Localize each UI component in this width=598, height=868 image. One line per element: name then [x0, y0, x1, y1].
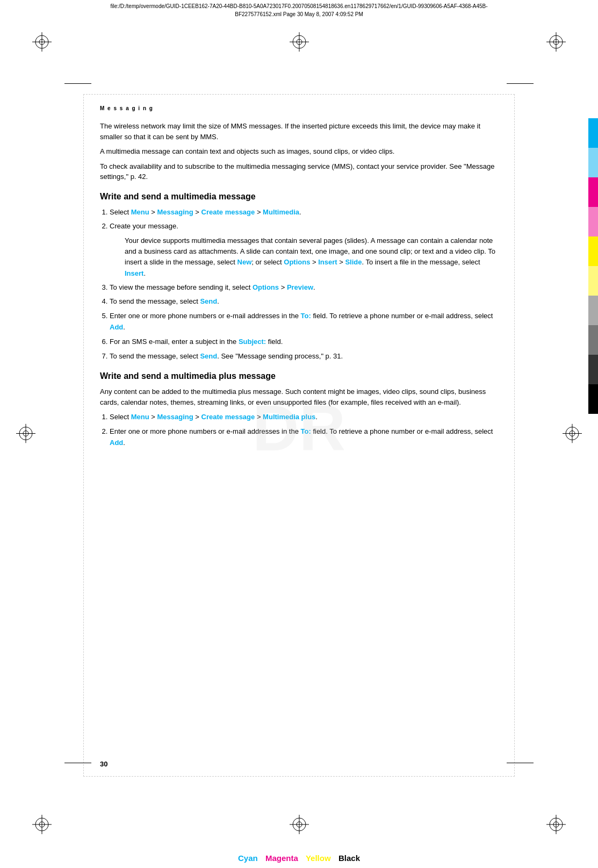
content-area: DR M e s s a g i n g The wireless networ… — [83, 94, 515, 777]
insert-link-1: Insert — [318, 258, 337, 266]
list-item: To view the message before sending it, s… — [110, 282, 498, 293]
title-line1: file:/D:/temp/overmode/GUID-1CEEB162-7A2… — [0, 2, 598, 10]
trim-line-bottom-right — [507, 763, 534, 763]
slide-link: Slide — [345, 258, 362, 266]
reg-mark-bottom-center — [290, 815, 309, 836]
list-item: Enter one or more phone numbers or e-mai… — [110, 426, 498, 449]
reg-mark-bottom-right — [546, 815, 566, 836]
color-bar-yellow2 — [588, 266, 598, 296]
reg-mark-top-center — [290, 32, 309, 53]
options-link-2: Options — [253, 283, 279, 291]
list-item: Enter one or more phone numbers or e-mai… — [110, 311, 498, 333]
create-message-link-1: Create message — [201, 208, 255, 216]
bottom-cmyk-line: Cyan Magenta Yellow Black — [0, 853, 598, 863]
page-number: 30 — [100, 760, 107, 768]
list-item: To send the message, select Send. See "M… — [110, 351, 498, 362]
reg-mark-bottom-left — [32, 815, 52, 836]
add-link-2: Add — [110, 439, 123, 447]
reg-mark-left-mid — [16, 424, 35, 444]
intro-para-3: To check availability and to subscribe t… — [100, 161, 498, 182]
reg-mark-top-right — [546, 32, 566, 53]
messaging-link-2: Messaging — [157, 413, 193, 421]
list-item: Create your message. Your device support… — [110, 221, 498, 278]
section1-list: Select Menu > Messaging > Create message… — [110, 207, 498, 362]
title-bar: file:/D:/temp/overmode/GUID-1CEEB162-7A2… — [0, 0, 598, 19]
page-container: file:/D:/temp/overmode/GUID-1CEEB162-7A2… — [0, 0, 598, 868]
section-label: M e s s a g i n g — [100, 105, 498, 111]
color-bar-cyan1 — [588, 118, 598, 148]
cmyk-cyan: Cyan — [238, 853, 258, 863]
cmyk-magenta: Magenta — [265, 853, 298, 863]
multimedia-link: Multimedia — [263, 208, 299, 216]
list-item: To send the message, select Send. — [110, 296, 498, 307]
new-link: New — [237, 258, 252, 266]
trim-line-top-right — [507, 83, 534, 84]
to-field-label: To: — [301, 312, 311, 320]
color-bar-black — [588, 384, 598, 414]
insert-link-2: Insert — [125, 269, 143, 277]
trim-line-bottom-left — [64, 763, 91, 763]
list-item: For an SMS e-mail, enter a subject in th… — [110, 336, 498, 348]
color-bar-gray1 — [588, 296, 598, 325]
title-line2: BF2275776152.xml Page 30 May 8, 2007 4:0… — [0, 10, 598, 18]
color-bar-cyan2 — [588, 148, 598, 177]
section2-list: Select Menu > Messaging > Create message… — [110, 412, 498, 448]
intro-para-2: A multimedia message can contain text an… — [100, 146, 498, 157]
color-bar-magenta1 — [588, 177, 598, 207]
messaging-link: Messaging — [157, 208, 193, 216]
add-link-1: Add — [110, 323, 123, 331]
color-bars — [588, 118, 598, 414]
multimedia-plus-link: Multimedia plus — [263, 413, 315, 421]
intro-para-1: The wireless network may limit the size … — [100, 121, 498, 142]
create-message-link-2: Create message — [201, 413, 255, 421]
cmyk-black: Black — [338, 853, 360, 863]
menu-link-2: Menu — [131, 413, 149, 421]
trim-line-top-left — [64, 83, 91, 84]
color-bar-gray2 — [588, 325, 598, 355]
section1-heading: Write and send a multimedia message — [100, 192, 498, 202]
color-bar-magenta2 — [588, 207, 598, 236]
send-link-1: Send — [200, 297, 217, 305]
send-link-2: Send — [200, 352, 217, 360]
color-bar-yellow1 — [588, 236, 598, 266]
indented-para: Your device supports multimedia messages… — [125, 235, 498, 279]
subject-field-label: Subject: — [239, 338, 266, 346]
to-field-label-2: To: — [301, 427, 311, 435]
cmyk-yellow: Yellow — [306, 853, 331, 863]
preview-link: Preview — [287, 283, 313, 291]
color-bar-gray3 — [588, 355, 598, 384]
section2-intro: Any content can be added to the multimed… — [100, 386, 498, 407]
list-item: Select Menu > Messaging > Create message… — [110, 412, 498, 423]
reg-mark-right-mid — [563, 424, 582, 444]
list-item: Select Menu > Messaging > Create message… — [110, 207, 498, 218]
menu-link: Menu — [131, 208, 149, 216]
section2-heading: Write and send a multimedia plus message — [100, 371, 498, 381]
reg-mark-top-left — [32, 32, 52, 53]
options-link-1: Options — [284, 258, 310, 266]
